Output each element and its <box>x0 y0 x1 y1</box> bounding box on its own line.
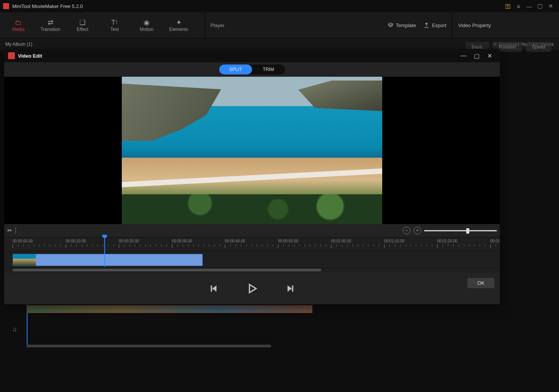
tab-label: Transition <box>40 27 60 32</box>
tab-motion[interactable]: ◉ Motion <box>131 15 163 35</box>
maximize-button[interactable]: ▢ <box>535 3 545 10</box>
timeline-scroll-area <box>4 268 500 273</box>
play-button[interactable] <box>246 282 258 295</box>
tab-label: Motion <box>140 27 153 32</box>
key-icon[interactable]: ⚿ <box>502 3 513 10</box>
ruler-label: 00:00:20.00 <box>119 239 139 243</box>
template-button[interactable]: Template <box>388 22 416 28</box>
svg-rect-1 <box>292 285 294 291</box>
timeline-scrollbar[interactable] <box>13 269 321 271</box>
tab-transition[interactable]: ⇄ Transition <box>34 15 66 35</box>
tab-media[interactable]: 🗀 Media <box>2 15 34 35</box>
timeline-wrap: 00:00:00.0000:00:10.0000:00:20.0000:00:3… <box>4 237 500 268</box>
app-title: MiniTool MovieMaker Free 5.2.0 <box>12 3 502 9</box>
ruler-label: 00:01:00.00 <box>331 239 351 243</box>
player-label: Player <box>210 23 380 28</box>
main-timeline-scrollbar[interactable] <box>27 345 271 347</box>
export-label: Export <box>432 23 446 28</box>
stack-icon <box>388 22 394 28</box>
svg-rect-0 <box>211 285 212 291</box>
dialog-logo-icon <box>8 52 15 59</box>
tab-label: Effect <box>77 27 88 32</box>
time-ruler[interactable]: 00:00:00.0000:00:10.0000:00:20.0000:00:3… <box>4 237 500 251</box>
upload-icon <box>423 22 430 28</box>
video-clip[interactable] <box>13 254 203 266</box>
step-forward-button[interactable] <box>285 283 296 294</box>
preview-area <box>4 77 500 224</box>
zoom-controls: − + <box>403 227 497 234</box>
tool-tabs-left: 🗀 Media ⇄ Transition ❏ Effect TT Text ◉ … <box>0 12 205 38</box>
player-panel-header: Player Template Export <box>205 12 452 38</box>
main-timeline: ♫ <box>4 305 555 347</box>
ruler-label: 00:00:00.00 <box>13 239 33 243</box>
ruler-label: 00:00:50.00 <box>278 239 298 243</box>
dialog-maximize-button[interactable]: ▢ <box>470 52 483 60</box>
ruler-label: 00:01 <box>490 239 500 243</box>
clip-thumbnail <box>13 254 36 266</box>
tab-trim[interactable]: TRIM <box>252 65 285 74</box>
ruler-label: 00:00:40.00 <box>225 239 245 243</box>
ok-button[interactable]: OK <box>467 278 494 288</box>
video-property-label: Video Property <box>458 23 491 28</box>
zoom-out-button[interactable]: − <box>403 227 410 234</box>
scissors-icon[interactable]: ✂ <box>7 227 12 234</box>
zoom-in-button[interactable]: + <box>414 227 421 234</box>
dialog-titlebar: Video Edit — ▢ ✕ <box>4 49 500 62</box>
playhead[interactable] <box>104 237 105 267</box>
export-button[interactable]: Export <box>423 22 446 28</box>
close-button[interactable]: ✕ <box>545 3 556 10</box>
main-video-clip[interactable] <box>27 305 312 313</box>
split-trim-tabs: SPLIT TRIM <box>4 62 500 77</box>
sparkle-icon: ✦ <box>176 18 182 27</box>
folder-icon: 🗀 <box>15 18 22 27</box>
minimize-button[interactable]: — <box>524 3 535 10</box>
video-property-header: Video Property <box>452 12 559 38</box>
tab-label: Media <box>12 27 25 32</box>
app-logo-icon <box>3 3 9 9</box>
tab-split[interactable]: SPLIT <box>219 65 252 74</box>
swap-icon: ⇄ <box>48 18 53 27</box>
dialog-close-button[interactable]: ✕ <box>483 52 496 60</box>
main-titlebar: MiniTool MovieMaker Free 5.2.0 ⚿ ≡ — ▢ ✕ <box>0 0 559 12</box>
template-label: Template <box>396 23 416 28</box>
music-note-icon: ♫ <box>12 326 17 333</box>
layers-icon: ❏ <box>79 18 86 27</box>
prop-tab-speed[interactable]: Speed <box>526 42 551 52</box>
tab-label: Text <box>110 27 119 32</box>
ruler-label: 00:01:10.00 <box>384 239 404 243</box>
split-cursor-icon <box>15 227 16 234</box>
text-icon: TT <box>111 18 118 27</box>
ruler-label: 00:00:10.00 <box>66 239 86 243</box>
ruler-label: 00:00:30.00 <box>172 239 192 243</box>
menu-icon[interactable]: ≡ <box>513 3 524 10</box>
motion-icon: ◉ <box>144 18 150 27</box>
mode-pill: SPLIT TRIM <box>219 65 285 74</box>
zoom-slider[interactable] <box>424 230 497 231</box>
main-toolbar: 🗀 Media ⇄ Transition ❏ Effect TT Text ◉ … <box>0 12 559 39</box>
timeline-toolbar: ✂ − + <box>4 224 500 237</box>
dialog-minimize-button[interactable]: — <box>457 52 470 59</box>
dialog-title: Video Edit <box>18 53 457 59</box>
zoom-slider-thumb[interactable] <box>466 228 469 234</box>
tab-label: Elements <box>169 27 188 32</box>
tab-elements[interactable]: ✦ Elements <box>163 15 195 35</box>
playback-controls: OK <box>4 273 500 304</box>
tab-text[interactable]: TT Text <box>99 15 131 35</box>
tab-effect[interactable]: ❏ Effect <box>66 15 99 35</box>
video-frame <box>122 77 382 224</box>
album-label: My Album (1) <box>5 42 32 47</box>
ruler-label: 00:01:20.00 <box>437 239 457 243</box>
clip-track[interactable] <box>4 251 500 268</box>
video-edit-dialog: Video Edit — ▢ ✕ SPLIT TRIM ✂ − + <box>4 49 500 305</box>
step-back-button[interactable] <box>208 283 219 294</box>
